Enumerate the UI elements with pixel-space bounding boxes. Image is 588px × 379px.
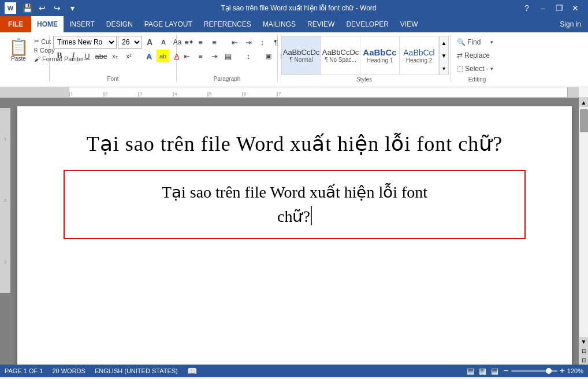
menu-review[interactable]: REVIEW <box>302 16 340 32</box>
ribbon-content: 📋 Paste ✂ Cut ⎘ Copy 🖌 Format Painter Ti… <box>2 35 586 86</box>
style-normal[interactable]: AaBbCcDc ¶ Normal <box>282 36 321 75</box>
text-effects-button[interactable]: A <box>143 50 155 62</box>
word-icon: W <box>5 2 16 14</box>
strikethrough-button[interactable]: abc <box>95 50 107 62</box>
vertical-scrollbar[interactable]: ▲ ▼ ⊡ ⊡ <box>579 98 588 365</box>
menu-developer[interactable]: DEVELOPER <box>340 16 394 32</box>
style-heading1[interactable]: AaBbCc Heading 1 <box>360 36 400 75</box>
minimize-button[interactable]: – <box>535 0 551 16</box>
left-ruler-mark: 2 <box>4 198 6 203</box>
svg-text:2: 2 <box>105 91 108 96</box>
editing-group-label: Editing <box>453 75 501 83</box>
sort-button[interactable]: ↕ <box>256 36 269 49</box>
menu-page-layout[interactable]: PAGE LAYOUT <box>139 16 198 32</box>
center-button[interactable]: ≡ <box>194 50 207 62</box>
close-button[interactable]: ✕ <box>567 0 583 16</box>
read-mode-button[interactable]: ▤ <box>467 366 474 376</box>
zoom-slider[interactable] <box>511 370 557 372</box>
bullets-button[interactable]: ≡ <box>180 36 193 49</box>
increase-indent-button[interactable]: ⇥ <box>242 36 255 49</box>
restore-button[interactable]: ❐ <box>551 0 567 16</box>
italic-button[interactable]: I <box>67 50 80 62</box>
menu-view[interactable]: VIEW <box>395 16 424 32</box>
font-row-1: Times New Ro 26 A A Aa ✦ <box>53 36 198 49</box>
font-name-select[interactable]: Times New Ro <box>53 36 117 49</box>
scroll-up-button[interactable]: ▲ <box>579 98 589 107</box>
line-spacing-button[interactable]: ↕ <box>242 50 255 62</box>
align-left-button[interactable]: ⇤ <box>180 50 193 62</box>
help-button[interactable]: ? <box>519 0 535 16</box>
font-group-label: Font <box>53 75 173 82</box>
zoom-controls: − + 120% <box>503 366 583 376</box>
replace-icon: ⇄ <box>457 51 463 60</box>
document-box[interactable]: Tại sao trên file Word xuất hiện lỗi fon… <box>64 170 526 239</box>
menu-references[interactable]: REFERENCES <box>198 16 257 32</box>
title-bar: W 💾 ↩ ↪ ▾ Tại sao trên file Word xuất hi… <box>0 0 588 16</box>
ribbon-styles-group: AaBbCcDc ¶ Normal AaBbCcDc ¶ No Spac... … <box>278 35 451 82</box>
style-heading2[interactable]: AaBbCcl Heading 2 <box>400 36 439 75</box>
document-title[interactable]: Tại sao trên file Word xuất hiện lỗi fon… <box>64 129 526 158</box>
menu-insert[interactable]: INSERT <box>64 16 101 32</box>
font-grow-button[interactable]: A <box>143 36 156 49</box>
word-count: 20 WORDS <box>52 367 85 374</box>
style-scroll-up[interactable]: ▲ <box>440 36 448 49</box>
menu-home[interactable]: HOME <box>31 16 64 32</box>
find-button[interactable]: 🔍 Find ▾ <box>453 36 497 49</box>
menu-file[interactable]: FILE <box>0 16 31 32</box>
zoom-in-button[interactable]: + <box>560 366 565 376</box>
ribbon-font-group: Times New Ro 26 A A Aa ✦ B I U abc x₂ x²… <box>50 35 177 82</box>
style-scroll-down[interactable]: ▼ <box>440 49 448 62</box>
web-layout-button[interactable]: ▤ <box>491 366 498 376</box>
scroll-down-button[interactable]: ▼ <box>579 337 589 346</box>
subscript-button[interactable]: x₂ <box>109 50 121 62</box>
scroll-page-down-button[interactable]: ⊡ <box>579 355 589 365</box>
svg-text:5: 5 <box>209 91 212 96</box>
replace-button[interactable]: ⇄ Replace <box>453 49 497 62</box>
status-right: ▤ ▦ ▤ − + 120% <box>467 366 583 376</box>
proofing-icon[interactable]: 📖 <box>187 366 197 376</box>
qat-save[interactable]: 💾 <box>21 2 34 14</box>
font-shrink-button[interactable]: A <box>157 36 170 49</box>
multilevel-button[interactable]: ≡ <box>208 36 221 49</box>
window-title: Tại sao trên file Word xuất hiện lỗi fon… <box>79 4 519 12</box>
font-size-select[interactable]: 26 <box>118 36 142 49</box>
left-ruler-mark: 3 <box>4 259 6 265</box>
qat-undo[interactable]: ↩ <box>36 2 49 14</box>
menu-design[interactable]: DESIGN <box>101 16 139 32</box>
qat-redo[interactable]: ↪ <box>51 2 64 14</box>
numbering-button[interactable]: ≡ <box>194 36 207 49</box>
qat-more[interactable]: ▾ <box>66 2 79 14</box>
paste-label: Paste <box>11 55 26 62</box>
style-expand[interactable]: ▾ <box>440 62 448 75</box>
select-dropdown-icon: ▾ <box>490 66 493 72</box>
paste-button[interactable]: 📋 Paste <box>6 35 31 66</box>
paragraph-row-1: ≡ ≡ ≡ ⇤ ⇥ ↕ ¶ <box>180 36 282 49</box>
find-dropdown-icon: ▾ <box>490 39 493 45</box>
scroll-thumb[interactable] <box>580 109 588 132</box>
superscript-button[interactable]: x² <box>122 50 135 62</box>
shading-button[interactable]: ▣ <box>262 50 275 62</box>
decrease-indent-button[interactable]: ⇤ <box>228 36 241 49</box>
ruler: 1 2 3 4 5 6 7 <box>0 87 588 98</box>
style-no-spacing[interactable]: AaBbCcDc ¶ No Spac... <box>321 36 360 75</box>
justify-button[interactable]: ▤ <box>222 50 235 62</box>
underline-button[interactable]: U <box>81 50 94 62</box>
svg-text:1: 1 <box>70 91 73 96</box>
print-layout-button[interactable]: ▦ <box>479 366 486 376</box>
zoom-thumb <box>546 368 552 374</box>
align-right-button[interactable]: ⇥ <box>208 50 221 62</box>
page-count: PAGE 1 OF 1 <box>5 367 43 374</box>
scroll-page-up-button[interactable]: ⊡ <box>579 346 589 355</box>
zoom-level: 120% <box>567 367 583 374</box>
zoom-out-button[interactable]: − <box>503 366 508 376</box>
menu-mailings[interactable]: MAILINGS <box>257 16 302 32</box>
ribbon: 📋 Paste ✂ Cut ⎘ Copy 🖌 Format Painter Ti… <box>0 32 588 87</box>
select-button[interactable]: ⬚ Select - ▾ <box>453 62 497 75</box>
bold-button[interactable]: B <box>53 50 66 62</box>
sign-in-link[interactable]: Sign in <box>553 16 588 32</box>
box-line1: Tại sao trên file Word xuất hiện lỗi fon… <box>88 180 501 205</box>
highlight-button[interactable]: ab <box>157 50 169 62</box>
svg-text:4: 4 <box>174 91 177 96</box>
paragraph-group-label: Paragraph <box>180 75 274 82</box>
left-ruler-mark: 1 <box>4 136 6 142</box>
